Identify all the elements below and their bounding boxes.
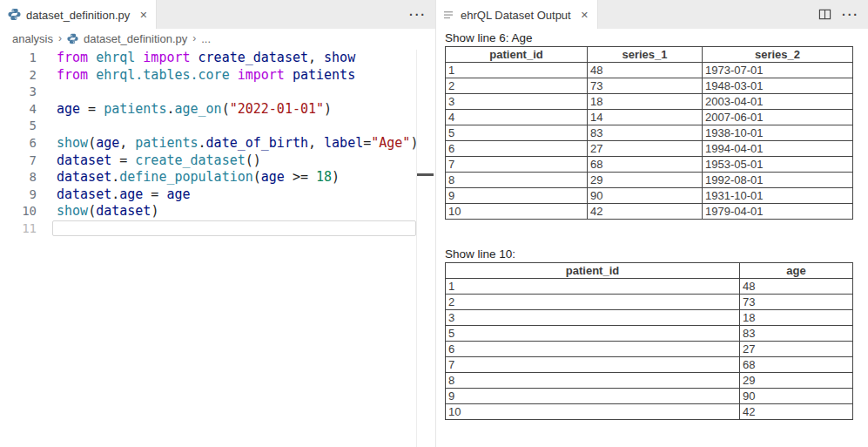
line-number: 2 (0, 67, 37, 85)
tab-label: dataset_definition.py (26, 8, 130, 22)
table-cell: 1948-03-01 (703, 78, 853, 94)
code-text (37, 84, 57, 101)
tab-label: ehrQL Dataset Output (461, 8, 571, 22)
table-header-row: patient_idseries_1series_2 (446, 47, 853, 63)
table-cell: 10 (446, 404, 740, 420)
table-row: 990 (446, 389, 853, 404)
code-line[interactable]: 6show(age, patients.date_of_birth, label… (0, 135, 435, 152)
code-line[interactable]: 8dataset.define_population(age >= 18) (0, 169, 435, 186)
table-cell: 14 (588, 110, 703, 125)
table-row: 7681953-05-01 (446, 157, 853, 173)
table-cell: 3 (446, 310, 740, 326)
output-list-icon (444, 10, 455, 20)
table-cell: 42 (740, 404, 853, 420)
table-cell: 90 (740, 389, 853, 404)
table-row: 1042 (446, 404, 853, 420)
breadcrumb-item-file[interactable]: dataset_definition.py (84, 32, 187, 45)
line-number: 1 (0, 50, 37, 67)
table-row: 8291992-08-01 (446, 173, 853, 188)
overview-ruler (416, 50, 417, 447)
output-block: Show line 10:patient_idage14827331858362… (445, 247, 868, 420)
table-cell: 68 (740, 357, 853, 373)
table-cell: 27 (740, 342, 853, 357)
table-cell: 9 (446, 188, 588, 204)
table-cell: 83 (588, 125, 703, 141)
table-cell: 29 (740, 373, 853, 389)
breadcrumb-item-folder[interactable]: analysis (12, 32, 53, 45)
table-cell: 7 (446, 357, 740, 373)
code-line[interactable]: 11 (0, 220, 435, 238)
breadcrumb: analysis › dataset_definition.py › ... (0, 29, 435, 48)
code-editor[interactable]: 1from ehrql import create_dataset, show2… (0, 48, 435, 238)
table-cell: 48 (740, 279, 853, 295)
breadcrumb-item-symbols[interactable]: ... (201, 32, 211, 45)
table-row: 3182003-04-01 (446, 94, 853, 110)
code-line[interactable]: 10show(dataset) (0, 203, 435, 220)
overview-ruler-cursor-marker (417, 173, 434, 176)
close-icon[interactable]: ✕ (139, 9, 147, 21)
table-cell: 1931-10-01 (703, 188, 853, 204)
table-row: 6271994-04-01 (446, 141, 853, 157)
table-cell: 5 (446, 125, 588, 141)
code-line[interactable]: 2from ehrql.tables.core import patients (0, 67, 435, 85)
code-text: from ehrql import create_dataset, show (37, 50, 355, 67)
table-row: 9901931-10-01 (446, 188, 853, 204)
output-content: Show line 6: Agepatient_idseries_1series… (436, 29, 868, 420)
table-cell: 48 (588, 63, 703, 78)
code-line[interactable]: 4age = patients.age_on("2022-01-01") (0, 101, 435, 119)
table-cell: 8 (446, 373, 740, 389)
table-cell: 1953-05-01 (703, 157, 853, 173)
output-tab-bar: ehrQL Dataset Output ✕ ··· (436, 0, 868, 29)
table-cell: 1992-08-01 (703, 173, 853, 188)
table-cell: 2 (446, 295, 740, 310)
tab-dataset-definition-py[interactable]: dataset_definition.py ✕ (0, 0, 157, 29)
table-cell: 83 (740, 326, 853, 342)
code-line[interactable]: 7dataset = create_dataset() (0, 152, 435, 170)
line-number: 8 (0, 169, 37, 186)
column-header: age (740, 263, 853, 279)
code-text: dataset.define_population(age >= 18) (37, 169, 340, 186)
code-line[interactable]: 3 (0, 84, 435, 101)
close-icon[interactable]: ✕ (581, 9, 589, 21)
table-cell: 2003-04-01 (703, 94, 853, 110)
more-actions-icon[interactable]: ··· (409, 8, 427, 22)
table-cell: 90 (588, 188, 703, 204)
table-cell: 42 (588, 204, 703, 220)
code-line[interactable]: 1from ehrql import create_dataset, show (0, 50, 435, 67)
split-editor-icon[interactable] (818, 8, 831, 21)
code-line[interactable]: 5 (0, 118, 435, 135)
editor-pane: dataset_definition.py ✕ ··· analysis › d… (0, 0, 435, 447)
tab-ehrql-dataset-output[interactable]: ehrQL Dataset Output ✕ (436, 0, 598, 29)
code-text: from ehrql.tables.core import patients (37, 67, 355, 85)
table-cell: 7 (446, 157, 588, 173)
more-actions-icon[interactable]: ··· (842, 8, 859, 22)
line-number: 3 (0, 84, 37, 101)
line-number: 6 (0, 135, 37, 152)
editor-tab-bar: dataset_definition.py ✕ ··· (0, 0, 435, 29)
column-header: patient_id (446, 263, 740, 279)
table-row: 5831938-10-01 (446, 125, 853, 141)
output-heading: Show line 6: Age (445, 31, 868, 44)
table-row: 829 (446, 373, 853, 389)
python-file-icon (67, 33, 78, 44)
table-row: 273 (446, 295, 853, 310)
column-header: series_2 (703, 47, 853, 63)
table-row: 318 (446, 310, 853, 326)
table-row: 768 (446, 357, 853, 373)
table-cell: 6 (446, 141, 588, 157)
table-row: 148 (446, 279, 853, 295)
code-text: show(dataset) (37, 203, 158, 220)
table-cell: 1973-07-01 (703, 63, 853, 78)
line-number: 10 (0, 203, 37, 220)
output-table: patient_idseries_1series_21481973-07-012… (445, 46, 853, 220)
table-cell: 73 (588, 78, 703, 94)
table-cell: 1938-10-01 (703, 125, 853, 141)
table-cell: 73 (740, 295, 853, 310)
current-line-highlight (52, 220, 416, 236)
chevron-right-icon: › (58, 32, 62, 44)
table-row: 10421979-04-01 (446, 204, 853, 220)
code-text: dataset = create_dataset() (37, 152, 261, 170)
table-cell: 27 (588, 141, 703, 157)
code-line[interactable]: 9dataset.age = age (0, 186, 435, 204)
table-row: 2731948-03-01 (446, 78, 853, 94)
